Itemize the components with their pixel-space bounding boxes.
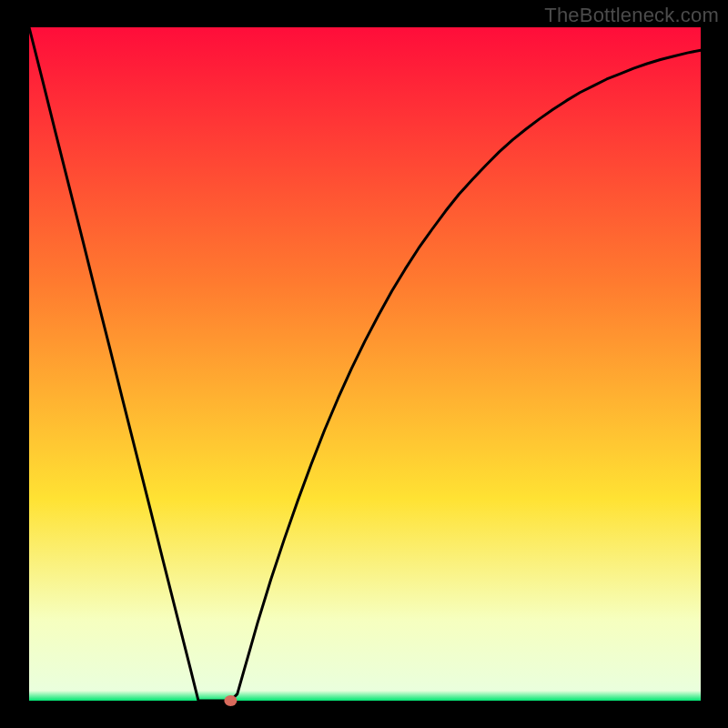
gradient-background [29, 27, 701, 701]
chart-frame: TheBottleneck.com [0, 0, 728, 728]
bottleneck-chart [0, 0, 728, 728]
minimum-marker-dot [224, 695, 237, 706]
watermark-text: TheBottleneck.com [544, 4, 719, 27]
